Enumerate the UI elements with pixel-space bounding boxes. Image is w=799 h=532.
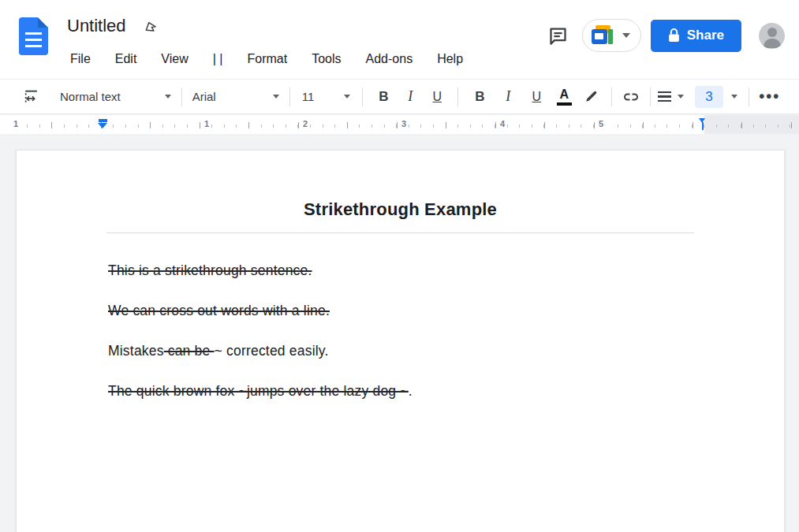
toolbar-separator — [650, 87, 651, 106]
doc-heading[interactable]: Strikethrough Example — [106, 199, 694, 220]
plain-text: . — [409, 383, 413, 399]
menu-item[interactable]: Add-ons — [365, 50, 414, 68]
lock-icon — [668, 28, 680, 43]
toolbar-separator — [362, 87, 363, 106]
document-page[interactable]: Strikethrough Example This is a striketh… — [16, 150, 785, 532]
italic-button-2[interactable]: I — [496, 84, 520, 110]
align-dropdown[interactable] — [658, 84, 684, 110]
bold-button[interactable]: B — [371, 84, 395, 110]
struck-text: The quick brown fox ~jumps over the lazy… — [108, 383, 409, 399]
struck-text: We can cross out words with a line. — [108, 303, 330, 318]
logo-lines — [25, 32, 42, 47]
plain-text: ~ corrected easily. — [215, 343, 329, 359]
mouse-cursor-icon — [144, 20, 159, 38]
paragraph[interactable]: We can cross out words with a line. — [108, 301, 694, 320]
highlight-button[interactable] — [579, 84, 603, 110]
menu-bar: FileEditView| |FormatToolsAdd-onsHelp — [69, 50, 464, 68]
toolbar-separator — [181, 87, 182, 106]
text-color-bar — [557, 102, 572, 106]
underline-button-2[interactable]: U — [525, 84, 548, 110]
text-color-button[interactable]: A — [552, 84, 576, 110]
menu-item[interactable]: Edit — [114, 50, 138, 68]
left-indent-marker[interactable] — [98, 119, 108, 130]
paragraph-style-dropdown[interactable]: Normal text — [57, 90, 174, 103]
ruler-number: 1 — [11, 119, 21, 129]
insert-link-button[interactable] — [619, 84, 643, 110]
chevron-down-icon — [344, 95, 350, 99]
font-family-value: Arial — [192, 90, 216, 103]
chevron-down-icon — [731, 95, 737, 99]
join-call-button[interactable] — [582, 19, 641, 52]
ruler-number: 3 — [399, 119, 409, 129]
more-options-button[interactable]: ••• — [758, 84, 782, 110]
first-line-indent-icon — [99, 119, 107, 122]
chevron-down-icon — [678, 95, 684, 99]
comment-button[interactable] — [541, 18, 576, 53]
doc-paragraphs[interactable]: This is a strikethrough sentence.We can … — [108, 261, 694, 400]
right-indent-marker[interactable] — [699, 118, 707, 131]
font-size-value: 11 — [302, 90, 315, 103]
horizontal-ruler[interactable]: 112345 — [0, 115, 799, 134]
menu-item[interactable]: View — [160, 50, 189, 68]
left-indent-icon — [98, 123, 107, 128]
ruler-number: 4 — [498, 119, 507, 129]
menu-item[interactable]: Format — [247, 50, 289, 68]
toolbar-separator — [749, 87, 749, 106]
ruler-number: 2 — [301, 119, 310, 129]
comment-icon — [547, 25, 569, 47]
right-indent-stem — [702, 122, 704, 130]
menu-item[interactable]: Tools — [311, 50, 342, 68]
formatting-toolbar: Normal text Arial 11 B I U B I U A — [0, 79, 799, 114]
google-docs-logo-icon[interactable] — [19, 17, 48, 55]
top-bar: Untitled Share — [0, 0, 799, 79]
font-size-dropdown[interactable]: 11 — [297, 90, 356, 103]
chevron-down-icon — [622, 33, 630, 38]
plain-text: Mistakes — [108, 343, 164, 359]
toolbar-separator — [457, 87, 458, 106]
spacing-dropdown[interactable]: 3 — [695, 86, 737, 108]
document-canvas: Strikethrough Example This is a striketh… — [0, 134, 799, 532]
menu-item[interactable]: File — [69, 50, 91, 68]
link-icon — [622, 87, 640, 106]
account-avatar[interactable] — [759, 23, 785, 49]
ruler-number: 5 — [596, 119, 606, 129]
text-color-label: A — [560, 88, 569, 101]
page-margins-icon — [23, 88, 39, 105]
underline-button[interactable]: U — [425, 84, 449, 110]
header-actions: Share — [541, 0, 790, 71]
menu-item[interactable]: Help — [436, 50, 464, 68]
share-label: Share — [687, 28, 724, 43]
bold-button-2[interactable]: B — [468, 84, 491, 110]
chevron-down-icon — [165, 95, 171, 99]
struck-text: can be — [164, 343, 215, 359]
align-icon — [658, 91, 671, 102]
paragraph[interactable]: Mistakes can be ~ corrected easily. — [108, 341, 694, 360]
meet-presentation-icon — [592, 25, 618, 46]
toolbar-separator — [289, 87, 290, 106]
font-family-dropdown[interactable]: Arial — [189, 90, 282, 103]
logo-fold-cut — [38, 17, 48, 28]
menu-item[interactable]: | | — [212, 50, 224, 68]
italic-button[interactable]: I — [398, 84, 422, 110]
paragraph[interactable]: This is a strikethrough sentence. — [108, 261, 694, 280]
horizontal-divider — [106, 233, 694, 233]
toolbar-separator — [611, 87, 612, 106]
share-button[interactable]: Share — [651, 20, 741, 52]
paragraph-style-value: Normal text — [60, 90, 121, 103]
page-margins-button[interactable] — [19, 84, 43, 110]
spacing-value: 3 — [695, 86, 722, 108]
chevron-down-icon — [273, 95, 279, 99]
paragraph[interactable]: The quick brown fox ~jumps over the lazy… — [108, 381, 694, 400]
ruler-number: 1 — [202, 119, 211, 129]
document-title-input[interactable]: Untitled — [67, 16, 126, 36]
struck-text: This is a strikethrough sentence. — [108, 262, 312, 278]
pencil-icon — [583, 88, 599, 105]
